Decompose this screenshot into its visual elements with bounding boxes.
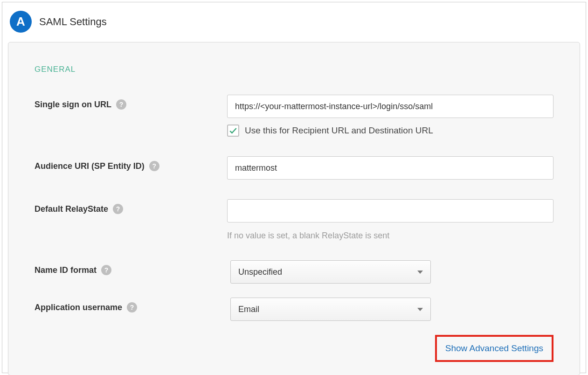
- audience-uri-label: Audience URI (SP Entity ID): [35, 161, 145, 171]
- recipient-checkbox[interactable]: [227, 125, 239, 137]
- app-username-select[interactable]: Email: [230, 298, 431, 321]
- sso-url-label: Single sign on URL: [35, 100, 111, 110]
- footer-row: Show Advanced Settings: [35, 335, 553, 362]
- app-avatar: A: [10, 11, 32, 33]
- advanced-highlight-box: Show Advanced Settings: [435, 335, 553, 362]
- label-col: Default RelayState ?: [35, 199, 227, 214]
- help-icon[interactable]: ?: [127, 302, 137, 312]
- row-sso-url: Single sign on URL ? Use this for Recipi…: [35, 95, 553, 137]
- chevron-down-icon: [417, 271, 423, 274]
- recipient-checkbox-label: Use this for Recipient URL and Destinati…: [245, 125, 433, 136]
- row-app-username: Application username ? Email: [35, 298, 553, 321]
- label-col: Single sign on URL ?: [35, 95, 227, 110]
- help-icon[interactable]: ?: [101, 265, 111, 275]
- row-audience-uri: Audience URI (SP Entity ID) ?: [35, 156, 553, 180]
- app-username-value: Email: [238, 305, 259, 314]
- name-id-format-value: Unspecified: [238, 267, 282, 277]
- relay-state-hint: If no value is set, a blank RelayState i…: [227, 231, 553, 241]
- input-col: Email: [230, 298, 553, 321]
- audience-uri-input[interactable]: [227, 156, 553, 180]
- name-id-format-select[interactable]: Unspecified: [230, 260, 431, 284]
- recipient-checkbox-row: Use this for Recipient URL and Destinati…: [227, 125, 553, 137]
- relay-state-label: Default RelayState: [35, 204, 108, 214]
- relay-state-input[interactable]: [227, 199, 553, 222]
- help-icon[interactable]: ?: [116, 99, 126, 110]
- label-col: Audience URI (SP Entity ID) ?: [35, 156, 227, 171]
- page-header: A SAML Settings: [8, 11, 580, 33]
- settings-frame: A SAML Settings GENERAL Single sign on U…: [2, 2, 586, 373]
- input-col: [227, 156, 553, 180]
- input-col: Use this for Recipient URL and Destinati…: [227, 95, 553, 137]
- check-icon: [228, 126, 238, 135]
- show-advanced-link[interactable]: Show Advanced Settings: [445, 343, 543, 353]
- label-col: Application username ?: [35, 298, 230, 312]
- app-username-label: Application username: [35, 303, 122, 312]
- help-icon[interactable]: ?: [113, 204, 123, 214]
- input-col: If no value is set, a blank RelayState i…: [227, 199, 553, 241]
- sso-url-input[interactable]: [227, 95, 553, 118]
- general-panel: GENERAL Single sign on URL ? Use this fo…: [8, 42, 580, 375]
- help-icon[interactable]: ?: [149, 161, 159, 171]
- chevron-down-icon: [417, 308, 423, 311]
- name-id-format-label: Name ID format: [35, 265, 97, 275]
- page-title: SAML Settings: [39, 16, 107, 28]
- row-relay-state: Default RelayState ? If no value is set,…: [35, 199, 553, 241]
- input-col: Unspecified: [230, 260, 553, 284]
- section-heading-general: GENERAL: [35, 65, 553, 74]
- label-col: Name ID format ?: [35, 260, 230, 275]
- row-name-id-format: Name ID format ? Unspecified: [35, 260, 553, 284]
